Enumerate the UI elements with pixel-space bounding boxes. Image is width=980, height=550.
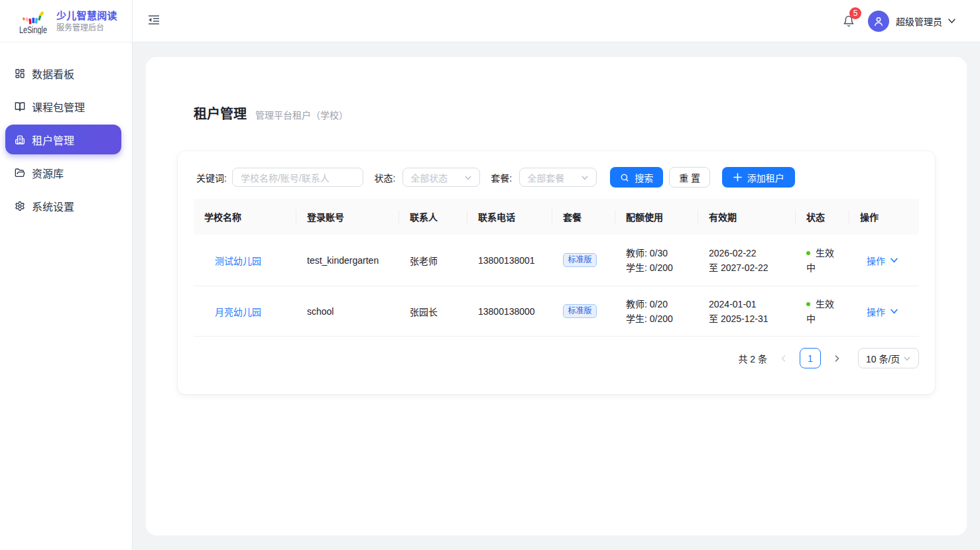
svg-text:LeSingle: LeSingle [19, 24, 47, 34]
